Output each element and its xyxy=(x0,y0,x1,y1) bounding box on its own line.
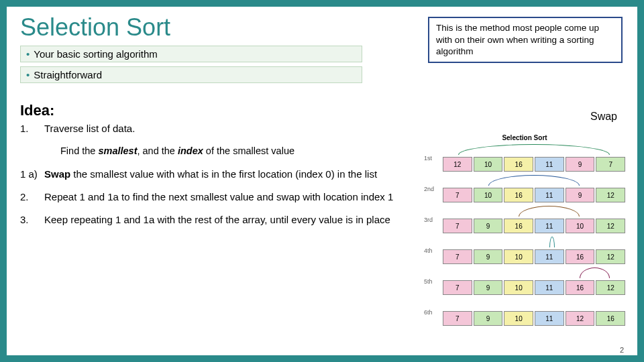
diagram-cell: 10 xyxy=(566,219,595,233)
selection-sort-diagram: Selection Sort 1st12101611972nd710161191… xyxy=(424,134,625,328)
diagram-cell: 10 xyxy=(504,311,533,326)
swap-label: Swap xyxy=(590,111,617,123)
bullet-text: Straightforward xyxy=(34,69,102,80)
step-number: 3. xyxy=(20,213,44,227)
page-number: 2 xyxy=(620,346,624,354)
diagram-cell: 10 xyxy=(504,280,533,295)
step-2: 2. Repeat 1 and 1a to find the next smal… xyxy=(20,190,396,204)
diagram-cell: 7 xyxy=(443,249,472,264)
diagram-row-label: 2nd xyxy=(424,186,443,192)
diagram-cell: 9 xyxy=(474,249,503,264)
step-text: Repeat 1 and 1a to find the next smalles… xyxy=(44,190,396,204)
diagram-cell: 10 xyxy=(474,188,503,202)
diagram-cell: 11 xyxy=(535,280,564,295)
diagram-cell: 7 xyxy=(596,157,625,172)
diagram-row-label: 3rd xyxy=(424,217,443,223)
swap-arc-icon xyxy=(488,175,580,186)
swap-arc-icon xyxy=(580,267,610,278)
diagram-row: 5th7910111612 xyxy=(424,266,625,297)
callout-box: This is the method most people come up w… xyxy=(428,17,623,63)
diagram-cell: 7 xyxy=(443,311,472,326)
step-text: Traverse list of data. xyxy=(44,122,396,135)
diagram-cell: 10 xyxy=(474,157,503,172)
diagram-cell: 16 xyxy=(596,311,625,326)
step-text: Swap the smallest value with what is in … xyxy=(44,168,396,181)
diagram-cell: 7 xyxy=(443,188,472,202)
diagram-cell: 12 xyxy=(596,280,625,295)
diagram-row-label: 1st xyxy=(424,155,443,162)
diagram-cell: 11 xyxy=(535,188,564,202)
diagram-cell: 9 xyxy=(566,157,595,172)
bullet-dot-icon: • xyxy=(26,69,30,80)
swap-arc-icon xyxy=(549,237,555,247)
step-1a: 1 a) Swap the smallest value with what i… xyxy=(20,168,396,181)
bullet-text: Your basic sorting algorithm xyxy=(34,48,158,60)
diagram-cell: 11 xyxy=(535,311,564,326)
step-3: 3. Keep repeating 1 and 1a with the rest… xyxy=(20,213,396,227)
diagram-cell: 11 xyxy=(535,249,564,264)
diagram-title: Selection Sort xyxy=(424,134,625,141)
step-1: 1. Traverse list of data. xyxy=(20,122,396,135)
bullet-dot-icon: • xyxy=(26,48,30,60)
diagram-cell: 9 xyxy=(474,219,503,233)
diagram-row-label: 6th xyxy=(424,309,443,316)
diagram-cell: 7 xyxy=(443,280,472,295)
diagram-row: 3rd7916111012 xyxy=(424,204,625,235)
diagram-cell: 11 xyxy=(535,157,564,172)
diagram-cell: 7 xyxy=(443,219,472,233)
step-number: 1 a) xyxy=(20,168,44,181)
diagram-cell: 12 xyxy=(596,188,625,202)
diagram-row: 6th7910111216 xyxy=(424,297,625,328)
diagram-cell: 16 xyxy=(504,219,533,233)
diagram-cell: 9 xyxy=(566,188,595,202)
bullet-straightforward: •Straightforward xyxy=(20,66,362,83)
diagram-cell: 9 xyxy=(474,280,503,295)
diagram-row: 1st1210161197 xyxy=(424,143,625,174)
diagram-cell: 16 xyxy=(504,188,533,202)
diagram-cell: 12 xyxy=(596,249,625,264)
steps-list: 1. Traverse list of data. Find the small… xyxy=(20,122,396,227)
step-1-sub: Find the smallest, and the index of the … xyxy=(60,145,396,158)
diagram-cell: 12 xyxy=(566,311,595,326)
diagram-cell: 12 xyxy=(443,157,472,172)
diagram-cell: 16 xyxy=(566,249,595,264)
bullet-basic: •Your basic sorting algorithm xyxy=(20,46,362,62)
diagram-cell: 16 xyxy=(504,157,533,172)
step-number: 2. xyxy=(20,190,44,204)
diagram-row-label: 4th xyxy=(424,247,443,254)
swap-arc-icon xyxy=(519,206,580,217)
idea-heading: Idea: xyxy=(20,102,637,119)
diagram-cell: 11 xyxy=(535,219,564,233)
diagram-row-label: 5th xyxy=(424,278,443,285)
step-text: Keep repeating 1 and 1a with the rest of… xyxy=(44,213,396,227)
diagram-cell: 9 xyxy=(474,311,503,326)
step-number: 1. xyxy=(20,122,44,135)
diagram-row: 2nd7101611912 xyxy=(424,174,625,204)
diagram-cell: 10 xyxy=(504,249,533,264)
swap-arc-icon xyxy=(458,144,610,155)
diagram-cell: 16 xyxy=(566,280,595,295)
diagram-row: 4th7910111612 xyxy=(424,235,625,266)
diagram-cell: 12 xyxy=(596,219,625,233)
